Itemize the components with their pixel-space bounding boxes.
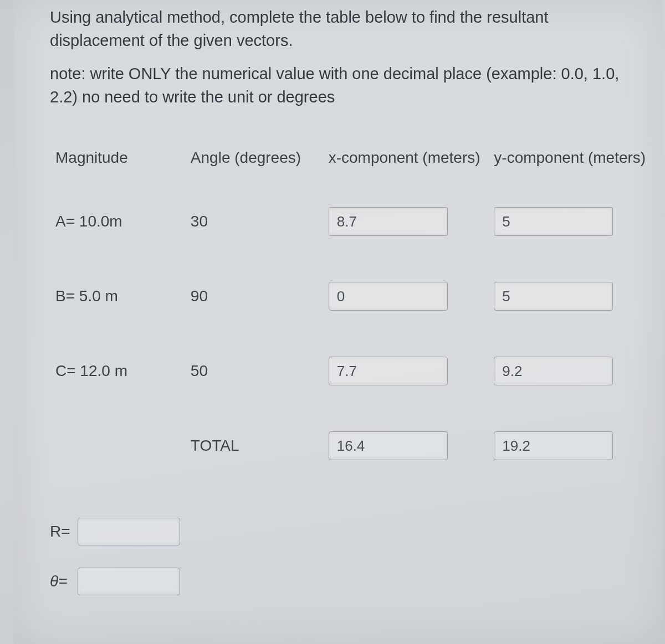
- cell-c-magnitude: C= 12.0 m: [50, 362, 191, 380]
- instruction-line-1: Using analytical method, complete the ta…: [50, 6, 637, 52]
- table-header-row: Magnitude Angle (degrees) x-component (m…: [50, 133, 648, 183]
- cell-b-magnitude: B= 5.0 m: [50, 287, 191, 305]
- table-row-a: A= 10.0m 30: [50, 199, 648, 244]
- header-y-component: y-component (meters): [494, 148, 648, 168]
- cell-total-label: TOTAL: [191, 437, 329, 455]
- worksheet-sheet: Using analytical method, complete the ta…: [14, 0, 662, 644]
- header-x-component: x-component (meters): [329, 148, 494, 168]
- input-c-y[interactable]: [494, 357, 613, 385]
- input-theta[interactable]: [78, 568, 180, 595]
- answer-row-theta: θ=: [50, 568, 180, 595]
- instructions-block: Using analytical method, complete the ta…: [50, 6, 637, 119]
- cell-c-angle: 50: [191, 362, 329, 380]
- cell-a-angle: 30: [191, 213, 329, 230]
- input-a-x[interactable]: [329, 207, 448, 236]
- vector-table: Magnitude Angle (degrees) x-component (m…: [50, 133, 648, 490]
- input-r[interactable]: [78, 518, 180, 545]
- header-angle: Angle (degrees): [191, 148, 329, 168]
- input-total-x[interactable]: [329, 431, 448, 460]
- label-r: R=: [50, 523, 78, 540]
- cell-b-angle: 90: [191, 287, 329, 305]
- input-b-x[interactable]: [329, 282, 448, 311]
- table-row-c: C= 12.0 m 50: [50, 349, 648, 393]
- answers-block: R= θ=: [50, 518, 180, 617]
- input-c-x[interactable]: [329, 357, 448, 385]
- instruction-line-2: note: write ONLY the numerical value wit…: [50, 62, 637, 109]
- table-row-total: TOTAL: [50, 424, 648, 468]
- answer-row-r: R=: [50, 518, 180, 545]
- input-total-y[interactable]: [494, 431, 613, 460]
- label-theta: θ=: [50, 573, 78, 590]
- cell-a-magnitude: A= 10.0m: [50, 213, 191, 230]
- header-magnitude: Magnitude: [50, 148, 191, 168]
- input-a-y[interactable]: [494, 207, 613, 236]
- table-row-b: B= 5.0 m 90: [50, 274, 648, 318]
- input-b-y[interactable]: [494, 282, 613, 311]
